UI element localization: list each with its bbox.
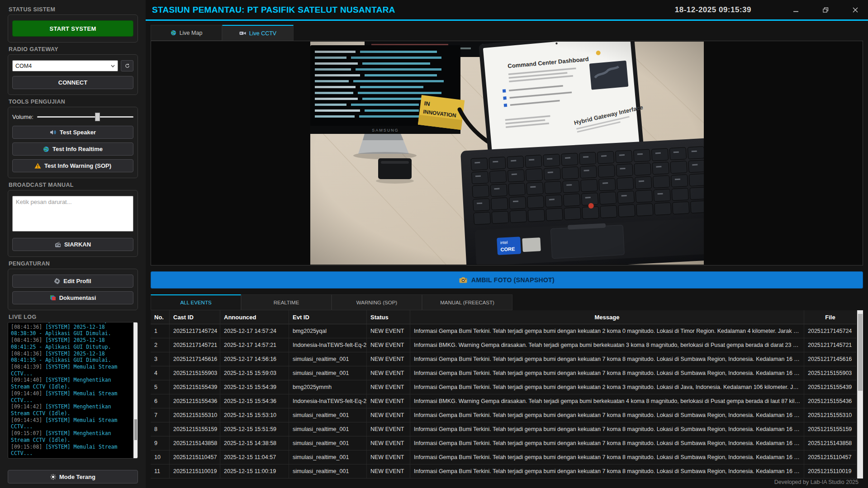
gear-icon (54, 278, 60, 284)
status-groupbox: START SYSTEM (8, 14, 138, 43)
table-row[interactable]: 10 20251215110457 2025-12-15 11:04:57 si… (151, 450, 857, 464)
books-icon (50, 295, 56, 301)
accent-divider (146, 19, 868, 21)
broadcast-groupbox: SIARKAN (8, 190, 138, 257)
restore-button[interactable] (819, 5, 832, 15)
broadcast-send-button[interactable]: SIARKAN (12, 238, 133, 251)
events-tab[interactable]: WARNING (SOP) (332, 294, 422, 310)
log-line: [08:41:36] [SYSTEM] 2025-12-18 08:41:25 … (11, 337, 132, 350)
log-scrollbar-thumb[interactable] (134, 419, 137, 440)
start-system-button[interactable]: START SYSTEM (12, 20, 133, 37)
table-row[interactable]: 11 20251215110019 2025-12-15 11:00:19 si… (151, 464, 857, 479)
log-scrollbar[interactable] (133, 322, 138, 458)
test-realtime-button[interactable]: Test Info Realtime (12, 142, 133, 156)
main-area: STASIUN PEMANTAU: PT PASIFIK SATELUT NUS… (146, 0, 868, 488)
log-line: [09:14:42] [SYSTEM] Menghentikan Stream … (11, 403, 132, 417)
connect-button[interactable]: CONNECT (12, 76, 133, 89)
table-row[interactable]: 9 20251215143858 2025-12-15 14:38:58 sim… (151, 436, 857, 450)
map-globe-icon (171, 30, 176, 36)
table-row[interactable]: 7 20251215155310 2025-12-15 15:53:10 sim… (151, 408, 857, 422)
tab-live-map-label: Live Map (180, 30, 203, 36)
titlebar: STASIUN PEMANTAU: PT PASIFIK SATELUT NUS… (146, 0, 868, 19)
test-speaker-button[interactable]: Test Speaker (12, 126, 133, 139)
broadcast-send-label: SIARKAN (64, 241, 91, 248)
table-scrollbar-thumb[interactable] (858, 314, 863, 391)
light-mode-button[interactable]: Mode Terang (8, 470, 138, 483)
livelog-section-label: LIVE LOG (9, 314, 138, 320)
table-row[interactable]: 6 20251215155436 2025-12-15 15:54:36 Ind… (151, 394, 857, 408)
broadcast-section-label: BROADCAST MANUAL (9, 182, 138, 188)
speaker-icon (50, 129, 57, 135)
table-row[interactable]: 4 20251215155903 2025-12-15 15:59:03 sim… (151, 366, 857, 380)
cctv-photo: SAMSUNG IN INNOVATION (310, 42, 704, 265)
snapshot-camera-icon (459, 277, 467, 283)
volume-slider-thumb[interactable] (95, 113, 100, 121)
column-header[interactable]: Message (410, 310, 804, 324)
tab-live-cctv[interactable]: Live CCTV (222, 25, 294, 41)
column-header[interactable]: Cast ID (170, 310, 220, 324)
status-section-label: STATUS SISTEM (9, 6, 138, 13)
test-speaker-label: Test Speaker (60, 129, 96, 136)
credit-text: Developed by Lab-IA Studio 2025 (774, 479, 859, 485)
column-header[interactable]: Announced (220, 310, 289, 324)
table-scrollbar[interactable] (857, 310, 863, 479)
settings-section-label: PENGATURAN (9, 261, 138, 267)
events-tab[interactable]: ALL EVENTS (151, 294, 241, 310)
edit-profile-button[interactable]: Edit Profil (12, 275, 133, 288)
column-header[interactable]: Evt ID (289, 310, 367, 324)
app-title: STASIUN PEMANTAU: PT PASIFIK SATELUT NUS… (152, 5, 395, 15)
events-tab[interactable]: MANUAL (FREECAST) (422, 294, 512, 310)
main-tabbar: Live Map Live CCTV (151, 25, 863, 41)
light-mode-label: Mode Terang (59, 474, 95, 480)
volume-slider[interactable] (37, 116, 133, 118)
minimize-button[interactable] (789, 5, 802, 15)
test-realtime-label: Test Info Realtime (52, 146, 103, 152)
log-line: [08:41:39] [SYSTEM] Memulai Stream CCTV.… (11, 364, 132, 377)
cctv-camera-icon (239, 31, 246, 36)
test-warning-label: Test Info Warning (SOP) (44, 162, 111, 169)
tools-groupbox: Volume: Test Speaker Test Info Realtime (8, 107, 138, 178)
documentation-label: Dokumentasi (59, 294, 96, 301)
globe-icon (43, 146, 49, 152)
broadcast-message-input[interactable] (12, 196, 133, 232)
refresh-ports-button[interactable] (121, 60, 133, 71)
table-row[interactable]: 2 20251217145721 2025-12-17 14:57:21 Ind… (151, 338, 857, 352)
table-row[interactable]: 1 20251217145724 2025-12-17 14:57:24 bmg… (151, 324, 857, 338)
column-header[interactable]: Status (367, 310, 410, 324)
events-tabbar: ALL EVENTS REALTIME WARNING (SOP) MANUAL… (151, 294, 863, 310)
com-port-select[interactable]: COM4 (12, 60, 118, 71)
log-line: [09:15:08] [SYSTEM] Memulai Stream CCTV.… (11, 444, 132, 457)
events-table-body: 1 20251217145724 2025-12-17 14:57:24 bmg… (151, 324, 857, 479)
log-line: [08:41:36] [SYSTEM] 2025-12-18 08:38:30 … (11, 324, 132, 337)
radio-groupbox: COM4 CONNECT (8, 54, 138, 95)
edit-profile-label: Edit Profil (63, 278, 91, 284)
table-row[interactable]: 8 20251215155159 2025-12-15 15:51:59 sim… (151, 422, 857, 436)
events-table: No.Cast IDAnnouncedEvt IDStatusMessageFi… (151, 310, 863, 479)
chevron-down-icon (111, 65, 115, 67)
test-warning-button[interactable]: Test Info Warning (SOP) (12, 159, 133, 172)
snapshot-button[interactable]: AMBIL FOTO (SNAPSHOT) (151, 271, 863, 289)
tab-live-map[interactable]: Live Map (151, 25, 222, 41)
events-panel: ALL EVENTS REALTIME WARNING (SOP) MANUAL… (151, 294, 863, 488)
log-line: [09:14:40] [SYSTEM] Memulai Stream CCTV.… (11, 390, 132, 403)
radio-icon (55, 242, 61, 247)
column-header[interactable]: No. (151, 310, 170, 324)
radio-section-label: RADIO GATEWAY (9, 46, 138, 52)
column-header[interactable]: File (804, 310, 857, 324)
app-window: STATUS SISTEM START SYSTEM RADIO GATEWAY… (0, 0, 868, 488)
tools-section-label: TOOLS PENGUJIAN (9, 99, 138, 105)
clock: 18-12-2025 09:15:39 (675, 5, 751, 14)
warning-icon (34, 163, 41, 169)
events-tab[interactable]: REALTIME (241, 294, 332, 310)
refresh-icon (125, 63, 130, 68)
table-row[interactable]: 5 20251215155439 2025-12-15 15:54:39 bmg… (151, 380, 857, 394)
log-line: [08:41:36] [SYSTEM] 2025-12-18 08:41:35 … (11, 351, 132, 364)
settings-groupbox: Edit Profil Dokumentasi (8, 269, 138, 310)
table-row[interactable]: 3 20251217145616 2025-12-17 14:56:16 sim… (151, 352, 857, 366)
close-button[interactable] (849, 5, 862, 15)
live-log-console[interactable]: [08:41:36] [SYSTEM] 2025-12-18 08:38:18 … (8, 322, 138, 459)
events-table-header: No.Cast IDAnnouncedEvt IDStatusMessageFi… (151, 310, 857, 324)
documentation-button[interactable]: Dokumentasi (12, 291, 133, 304)
volume-label: Volume: (12, 114, 33, 120)
sidebar: STATUS SISTEM START SYSTEM RADIO GATEWAY… (0, 0, 146, 488)
